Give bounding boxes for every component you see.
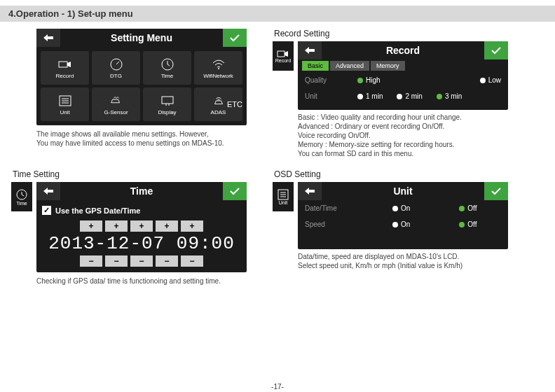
clock-icon bbox=[160, 57, 174, 71]
wifi-icon bbox=[212, 57, 226, 71]
confirm-button[interactable] bbox=[223, 182, 247, 200]
minus-button[interactable]: − bbox=[105, 255, 128, 267]
gauge-icon bbox=[109, 57, 123, 71]
screen-title: Setting Menu bbox=[60, 32, 223, 43]
minus-button[interactable]: − bbox=[181, 255, 203, 267]
osd-panel-title: OSD Setting bbox=[274, 169, 534, 179]
record-screen: Record Basic Advanced Memory Quality Hig… bbox=[298, 41, 508, 110]
setting-menu-caption-1: The image shows all available menu setti… bbox=[36, 130, 273, 139]
menu-item-unit[interactable]: Unit bbox=[41, 88, 89, 121]
osd-screen: Unit Date/Time On Off Speed On Off bbox=[298, 182, 508, 249]
plus-button[interactable]: + bbox=[156, 220, 178, 232]
osd-caption: Data/time, speed are displayed on MDAS-1… bbox=[298, 252, 534, 270]
menu-label: Record bbox=[56, 73, 74, 79]
minus-button[interactable]: − bbox=[130, 255, 153, 267]
time-digits: 2013-12-07 09:00 bbox=[41, 232, 242, 255]
camcorder-icon bbox=[58, 57, 72, 71]
quality-label: Quality bbox=[305, 76, 343, 84]
tab-memory[interactable]: Memory bbox=[371, 61, 405, 71]
time-caption: Checking if GPS data/ time is functionoi… bbox=[36, 276, 273, 286]
confirm-button[interactable] bbox=[484, 41, 508, 59]
menu-label: WifiNetwork bbox=[203, 73, 233, 79]
menu-label: Time bbox=[161, 73, 173, 79]
menu-item-record[interactable]: Record bbox=[41, 51, 89, 85]
screen-title: Record bbox=[322, 45, 484, 56]
setting-menu-caption-2: You may have limited access to menu sett… bbox=[36, 139, 273, 148]
radio-datetime-on[interactable]: On bbox=[392, 204, 410, 212]
minus-button[interactable]: − bbox=[156, 255, 178, 267]
record-side-icon: Record bbox=[273, 41, 294, 71]
car-radar-icon bbox=[212, 94, 226, 108]
menu-label: G-Sensor bbox=[104, 109, 128, 115]
tab-basic[interactable]: Basic bbox=[302, 61, 329, 71]
list-icon bbox=[58, 94, 72, 108]
car-collision-icon bbox=[109, 94, 123, 108]
menu-item-display[interactable]: Display bbox=[143, 88, 191, 121]
menu-item-dtg[interactable]: DTG bbox=[92, 51, 140, 85]
record-caption: Basic : Video quality and recording hour… bbox=[298, 113, 534, 158]
speed-label: Speed bbox=[305, 220, 343, 228]
clock-icon bbox=[15, 188, 28, 201]
radio-unit-2min[interactable]: 2 min bbox=[397, 92, 422, 100]
osd-side-icon: Unit bbox=[273, 182, 294, 211]
svg-point-4 bbox=[218, 68, 219, 69]
plus-button[interactable]: + bbox=[181, 220, 203, 232]
use-gps-label: Use the GPS Date/Time bbox=[55, 206, 140, 215]
section-header: 4.Operation - 1) Set-up menu bbox=[0, 6, 555, 22]
plus-button[interactable]: + bbox=[130, 220, 153, 232]
unit-label: Unit bbox=[305, 92, 343, 100]
minus-button[interactable]: − bbox=[80, 255, 102, 267]
menu-label: Unit bbox=[60, 109, 69, 115]
menu-label: ETC bbox=[227, 100, 242, 108]
record-panel-title: Record Setting bbox=[274, 29, 534, 38]
use-gps-checkbox[interactable]: ✓ bbox=[42, 206, 51, 215]
menu-item-time[interactable]: Time bbox=[143, 51, 191, 85]
back-button[interactable] bbox=[298, 41, 322, 59]
monitor-icon bbox=[160, 94, 174, 108]
list-icon bbox=[278, 189, 289, 200]
confirm-button[interactable] bbox=[484, 182, 508, 200]
svg-line-2 bbox=[116, 62, 119, 64]
time-panel-title: Time Setting bbox=[13, 169, 273, 179]
radio-unit-3min[interactable]: 3 min bbox=[437, 92, 462, 100]
radio-unit-1min[interactable]: 1 min bbox=[357, 92, 383, 100]
radio-datetime-off[interactable]: Off bbox=[459, 204, 477, 212]
plus-button[interactable]: + bbox=[80, 220, 102, 232]
radio-speed-off[interactable]: Off bbox=[459, 220, 477, 228]
plus-button[interactable]: + bbox=[105, 220, 128, 232]
radio-quality-high[interactable]: High bbox=[357, 76, 381, 84]
menu-item-gsensor[interactable]: G-Sensor bbox=[92, 88, 140, 121]
confirm-button[interactable] bbox=[223, 29, 247, 47]
screen-title: Unit bbox=[322, 186, 484, 197]
svg-rect-12 bbox=[278, 51, 285, 57]
svg-rect-9 bbox=[162, 97, 173, 104]
menu-label: Display bbox=[158, 109, 176, 115]
setting-menu-screen: Setting Menu Record DTG Time bbox=[36, 29, 247, 125]
time-side-icon: Time bbox=[11, 182, 32, 211]
menu-item-etc[interactable]: ETC bbox=[227, 88, 242, 121]
menu-label: DTG bbox=[110, 73, 122, 79]
tab-advanced[interactable]: Advanced bbox=[330, 61, 369, 71]
radio-quality-low[interactable]: Low bbox=[480, 76, 501, 84]
menu-label: ADAS bbox=[211, 109, 226, 115]
radio-speed-on[interactable]: On bbox=[392, 220, 410, 228]
screen-title: Time bbox=[60, 186, 223, 197]
svg-rect-0 bbox=[59, 62, 67, 67]
back-button[interactable] bbox=[298, 182, 322, 200]
page-number: -17- bbox=[271, 383, 284, 391]
camcorder-icon bbox=[277, 50, 289, 58]
time-screen: Time ✓ Use the GPS Date/Time + + + + + 2… bbox=[36, 182, 247, 272]
back-button[interactable] bbox=[36, 29, 60, 47]
back-button[interactable] bbox=[36, 182, 60, 200]
datetime-label: Date/Time bbox=[305, 204, 343, 212]
menu-item-wifi[interactable]: WifiNetwork bbox=[194, 51, 242, 85]
